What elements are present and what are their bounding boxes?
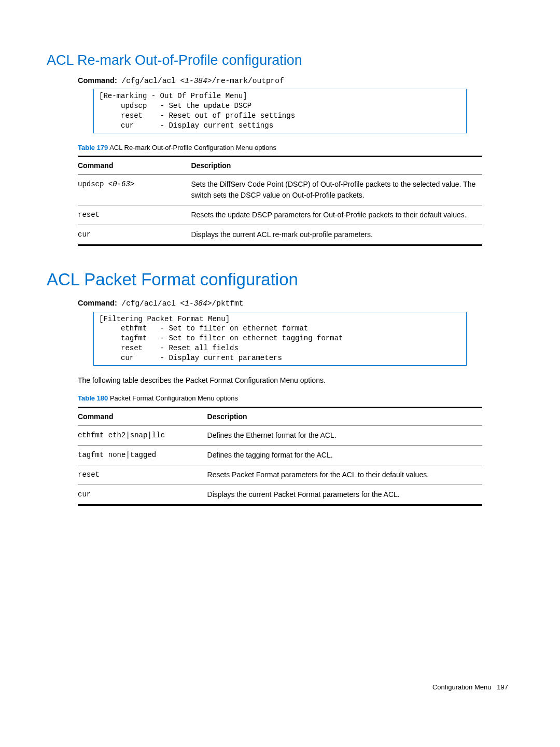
cmd-desc: Defines the tagging format for the ACL.: [207, 445, 482, 465]
cmd-text: reset: [78, 465, 207, 485]
table-caption-text: ACL Re-mark Out-of-Profile Configuration…: [108, 144, 276, 151]
command-line-remark: Command: /cfg/acl/acl <1-384>/re-mark/ou…: [78, 75, 513, 87]
cmd-desc: Sets the DiffServ Code Point (DSCP) of O…: [191, 175, 482, 205]
table-caption-pktfmt: Table 180 Packet Format Configuration Me…: [78, 393, 513, 404]
cmd-text: tagfmt none|tagged: [78, 445, 207, 465]
cmd-desc: Resets the update DSCP parameters for Ou…: [191, 205, 482, 225]
command-path-suffix: /pktfmt: [212, 299, 243, 308]
command-label: Command:: [78, 299, 117, 307]
th-description: Description: [207, 407, 482, 425]
cmd-desc: Displays the current ACL re-mark out-pro…: [191, 225, 482, 245]
intro-text-pktfmt: The following table describes the Packet…: [78, 375, 482, 386]
cmd-text: updscp: [78, 180, 108, 188]
command-path-prefix: /cfg/acl/acl: [117, 299, 180, 308]
table-caption-remark: Table 179 ACL Re-mark Out-of-Profile Con…: [78, 143, 513, 153]
th-description: Description: [191, 157, 482, 175]
th-command: Command: [78, 407, 207, 425]
table-label: Table 179: [78, 144, 108, 151]
table-row: reset Resets the update DSCP parameters …: [78, 205, 482, 225]
command-label: Command:: [78, 76, 117, 85]
command-path-arg: <1-384>: [180, 299, 212, 308]
code-block-pktfmt: [Filtering Packet Format Menu] ethfmt - …: [93, 312, 467, 366]
page-footer: Configuration Menu 197: [47, 682, 513, 693]
table-label: Table 180: [78, 394, 108, 402]
command-path-arg: <1-384>: [180, 77, 212, 85]
cmd-arg: <0-63>: [108, 180, 134, 188]
cmd-text: reset: [78, 211, 100, 219]
section-heading-remark: ACL Re-mark Out-of-Profile configuration: [47, 50, 513, 71]
code-block-remark: [Re-marking - Out Of Profile Menu] updsc…: [93, 89, 467, 133]
cmd-desc: Defines the Ethernet format for the ACL.: [207, 425, 482, 445]
section-heading-pktfmt: ACL Packet Format configuration: [47, 267, 513, 293]
command-path-prefix: /cfg/acl/acl: [117, 77, 180, 85]
options-table-remark: Command Description updscp <0-63> Sets t…: [78, 156, 482, 246]
table-row: cur Displays the current Packet Format p…: [78, 485, 482, 505]
cmd-desc: Displays the current Packet Format param…: [207, 485, 482, 505]
table-row: tagfmt none|tagged Defines the tagging f…: [78, 445, 482, 465]
th-command: Command: [78, 157, 191, 175]
cmd-text: ethfmt eth2|snap|llc: [78, 425, 207, 445]
command-path-suffix: /re-mark/outprof: [212, 77, 284, 85]
options-table-pktfmt: Command Description ethfmt eth2|snap|llc…: [78, 407, 482, 506]
command-line-pktfmt: Command: /cfg/acl/acl <1-384>/pktfmt: [78, 298, 513, 310]
cmd-text: cur: [78, 230, 91, 239]
table-row: updscp <0-63> Sets the DiffServ Code Poi…: [78, 175, 482, 205]
footer-page: 197: [497, 683, 508, 691]
table-row: cur Displays the current ACL re-mark out…: [78, 225, 482, 245]
table-row: reset Resets Packet Format parameters fo…: [78, 465, 482, 485]
cmd-text: cur: [78, 485, 207, 505]
table-row: ethfmt eth2|snap|llc Defines the Etherne…: [78, 425, 482, 445]
footer-label: Configuration Menu: [432, 683, 491, 691]
table-caption-text: Packet Format Configuration Menu options: [108, 394, 238, 402]
cmd-desc: Resets Packet Format parameters for the …: [207, 465, 482, 485]
